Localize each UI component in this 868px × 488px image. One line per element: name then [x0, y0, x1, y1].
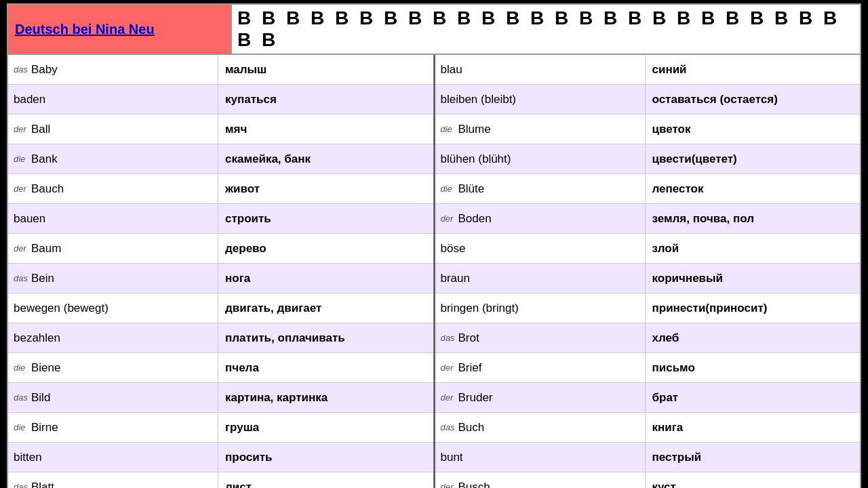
- german-cell: derBruder: [435, 383, 646, 412]
- russian-cell: лепесток: [646, 174, 861, 203]
- german-cell: bleiben (bleibt): [435, 85, 646, 114]
- table-row: badenкупаться: [8, 85, 433, 115]
- header-title: Deutsch bei Nina Neu: [8, 5, 232, 54]
- russian-cell: скамейка, банк: [218, 144, 433, 174]
- german-cell: bunt: [435, 443, 646, 472]
- article: das: [14, 273, 28, 283]
- german-word: Blatt: [31, 481, 54, 489]
- german-word: bringen (bringt): [441, 302, 519, 315]
- german-word: blühen (blüht): [441, 152, 511, 166]
- russian-cell: оставаться (остается): [646, 85, 861, 114]
- table-row: derBauchживот: [8, 174, 433, 204]
- table-row: bewegen (bewegt)двигать, двигает: [8, 293, 433, 323]
- russian-cell: платить, оплачивать: [218, 323, 433, 352]
- table-row: dieBirneгруша: [8, 413, 433, 443]
- content-area: dasBabyмалышbadenкупатьсяderBallмячdieBa…: [8, 55, 860, 488]
- russian-cell: двигать, двигает: [218, 293, 433, 323]
- russian-cell: груша: [218, 413, 433, 442]
- article: die: [14, 422, 28, 432]
- table-row: dieBieneпчела: [8, 353, 433, 383]
- german-word: Busch: [458, 481, 490, 489]
- header-row: Deutsch bei Nina Neu B B B B B B B B B B…: [8, 5, 860, 55]
- russian-cell: строить: [218, 204, 433, 233]
- german-word: Blüte: [458, 182, 485, 196]
- article: das: [14, 482, 28, 488]
- header-b-section: B B B B B B B B B B B B B B B B B B B B …: [232, 5, 860, 54]
- russian-cell: малыш: [218, 55, 433, 84]
- article: die: [441, 184, 456, 194]
- german-word: Birne: [31, 421, 58, 434]
- russian-cell: пчела: [218, 353, 433, 382]
- russian-cell: цветок: [646, 115, 861, 144]
- german-word: bauen: [14, 212, 45, 226]
- article: der: [441, 214, 456, 224]
- german-cell: dieBirne: [8, 413, 218, 442]
- german-cell: dasBein: [8, 264, 218, 293]
- table-row: derBruderбрат: [435, 383, 861, 413]
- table-row: dasBrotхлеб: [435, 323, 861, 353]
- german-cell: dieBlüte: [435, 174, 646, 203]
- german-cell: bitten: [8, 443, 218, 472]
- article: das: [14, 392, 28, 403]
- table-row: bauenстроить: [8, 204, 433, 234]
- table-row: dasBeinнога: [8, 264, 433, 293]
- left-panel: dasBabyмалышbadenкупатьсяderBallмячdieBa…: [8, 55, 435, 488]
- german-cell: derBoden: [435, 204, 646, 233]
- russian-cell: живот: [218, 174, 433, 203]
- article: der: [441, 482, 456, 488]
- german-cell: derBall: [8, 115, 218, 144]
- table-row: dieBlumeцветок: [435, 115, 861, 144]
- table-row: derBriefписьмо: [435, 353, 861, 383]
- table-row: blauсиний: [435, 55, 861, 85]
- table-row: derBallмяч: [8, 115, 433, 144]
- table-row: dieBlüteлепесток: [435, 174, 861, 204]
- german-word: baden: [14, 93, 45, 106]
- german-word: Brief: [458, 361, 482, 375]
- german-word: böse: [441, 242, 466, 256]
- table-row: dasBlattлист: [8, 472, 433, 488]
- russian-cell: картина, картинка: [218, 383, 433, 412]
- german-word: Baum: [31, 242, 61, 256]
- german-cell: bauen: [8, 204, 218, 233]
- german-word: Blume: [458, 123, 491, 136]
- german-word: Baby: [31, 63, 58, 77]
- table-row: bringen (bringt)принести(приносит): [435, 293, 861, 323]
- german-word: bitten: [14, 451, 42, 464]
- german-cell: dasBlatt: [8, 472, 218, 488]
- article: die: [441, 124, 456, 134]
- russian-cell: мяч: [218, 115, 433, 144]
- table-row: buntпестрый: [435, 443, 861, 472]
- article: der: [14, 243, 28, 253]
- russian-cell: земля, почва, пол: [646, 204, 861, 233]
- german-word: Biene: [31, 361, 60, 375]
- russian-cell: цвести(цветет): [646, 144, 861, 174]
- russian-cell: куст: [646, 472, 861, 488]
- russian-cell: хлеб: [646, 323, 861, 352]
- german-word: Buch: [458, 421, 485, 434]
- russian-cell: просить: [218, 443, 433, 472]
- table-row: dasBabyмалыш: [8, 55, 433, 85]
- german-cell: baden: [8, 85, 218, 114]
- german-cell: dieBiene: [8, 353, 218, 382]
- article: das: [441, 422, 456, 432]
- table-row: derBaumдерево: [8, 234, 433, 264]
- russian-cell: брат: [646, 383, 861, 412]
- article: die: [14, 363, 28, 373]
- german-cell: bezahlen: [8, 323, 218, 352]
- german-word: bezahlen: [14, 331, 60, 345]
- german-cell: blau: [435, 55, 646, 84]
- article: das: [14, 64, 28, 75]
- table-row: dasBildкартина, картинка: [8, 383, 433, 413]
- table-row: braunкоричневый: [435, 264, 861, 293]
- german-word: blau: [441, 63, 462, 77]
- german-word: Bruder: [458, 391, 493, 405]
- german-cell: dieBank: [8, 144, 218, 174]
- german-word: Bauch: [31, 182, 64, 196]
- table-row: böseзлой: [435, 234, 861, 264]
- russian-cell: злой: [646, 234, 861, 263]
- russian-cell: письмо: [646, 353, 861, 382]
- table-row: bezahlenплатить, оплачивать: [8, 323, 433, 353]
- article: der: [441, 363, 456, 373]
- german-cell: dasBrot: [435, 323, 646, 352]
- german-word: Ball: [31, 123, 50, 136]
